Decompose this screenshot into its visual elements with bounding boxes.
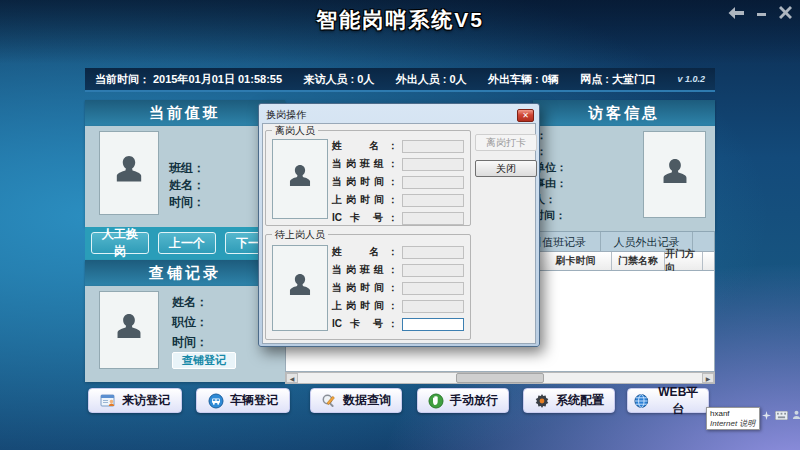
ime-sparkle-icon[interactable] — [762, 411, 771, 420]
data-query-icon — [321, 393, 337, 409]
incoming-duty-time-input[interactable] — [402, 282, 464, 295]
visitor-register-icon — [100, 393, 116, 409]
bedcheck-panel-header: 查铺记录 — [85, 260, 285, 286]
status-visitors: 来访人员 :0人 — [303, 72, 377, 87]
person-icon — [286, 162, 314, 196]
visitor-photo-placeholder — [643, 131, 706, 218]
previous-button[interactable]: 上一个 — [158, 232, 216, 254]
vehicle-register-button[interactable]: 车辆登记 — [196, 388, 290, 413]
bedcheck-field-label: 姓名： — [172, 294, 208, 311]
leaving-start-time-input[interactable] — [402, 194, 464, 207]
leaving-ic-card-input[interactable] — [402, 212, 464, 225]
dialog-body: 离岗人员 姓 名： 当岗班组： 当岗时间： 上岗时间： IC 卡 号： 待上岗人… — [262, 123, 536, 344]
system-config-button[interactable]: 系统配置 — [523, 388, 615, 413]
bedcheck-field-label: 时间： — [172, 334, 208, 351]
dialog-close-button[interactable]: 关闭 — [475, 160, 537, 177]
incoming-name-input[interactable] — [402, 246, 464, 259]
field-label-on-duty-time: 当岗时间： — [332, 281, 398, 295]
status-bar: 当前时间：2015年01月01日 01:58:55 来访人员 :0人 外出人员 … — [85, 68, 715, 92]
back-arrow-icon[interactable] — [728, 7, 744, 19]
incoming-start-time-input[interactable] — [402, 300, 464, 313]
system-config-icon — [534, 393, 550, 409]
web-platform-icon — [634, 393, 649, 409]
status-site: 网点 :大堂门口 — [580, 72, 659, 87]
bedcheck-photo-placeholder — [99, 291, 159, 369]
dialog-title: 换岗操作 — [266, 108, 306, 122]
manual-release-icon — [428, 393, 444, 409]
leaving-team-input[interactable] — [402, 158, 464, 171]
field-label-name: 姓 名： — [332, 245, 398, 259]
duty-panel-header: 当前值班 — [85, 100, 285, 126]
data-query-button[interactable]: 数据查询 — [310, 388, 402, 413]
bedcheck-register-button[interactable]: 查铺登记 — [172, 352, 236, 369]
ime-language-bar — [762, 410, 800, 420]
duty-field-label: 时间： — [169, 194, 205, 211]
version-label: v 1.0.2 — [677, 74, 705, 84]
ime-line1: hxanf — [710, 409, 756, 419]
field-label-start-time: 上岗时间： — [332, 299, 398, 313]
status-current-time: 当前时间：2015年01月01日 01:58:55 — [95, 72, 285, 87]
field-label-ic-card: IC 卡 号： — [332, 211, 398, 225]
field-label-on-duty-time: 当岗时间： — [332, 175, 398, 189]
group-incoming-person: 待上岗人员 姓 名： 当岗班组： 当岗时间： 上岗时间： IC 卡 号： — [265, 234, 471, 340]
window-controls — [728, 6, 792, 19]
column-header-door-name: 门禁名称 — [612, 252, 665, 270]
column-header-door-direction: 开门方向 — [665, 252, 703, 270]
scrollbar-thumb[interactable] — [456, 373, 544, 383]
bedcheck-field-label: 职位： — [172, 314, 208, 331]
shift-change-dialog: 换岗操作 ✕ 离岗人员 姓 名： 当岗班组： 当岗时间： 上岗时间： IC 卡 … — [258, 103, 540, 347]
records-horizontal-scrollbar[interactable]: ◀ ▶ — [285, 372, 715, 384]
dialog-close-icon[interactable]: ✕ — [517, 109, 534, 122]
status-out-vehicles: 外出车辆 :0辆 — [488, 72, 562, 87]
duty-field-label: 班组： — [169, 160, 205, 177]
keyboard-icon[interactable] — [775, 411, 788, 420]
duty-field-label: 姓名： — [169, 177, 205, 194]
group-leaving-person: 离岗人员 姓 名： 当岗班组： 当岗时间： 上岗时间： IC 卡 号： — [265, 130, 471, 226]
ime-person-icon[interactable] — [792, 410, 800, 420]
person-icon — [112, 153, 146, 193]
scroll-left-arrow-icon[interactable]: ◀ — [286, 373, 298, 383]
incoming-ic-card-input[interactable] — [402, 318, 464, 331]
manual-shift-button[interactable]: 人工换岗 — [91, 232, 149, 254]
manual-release-button[interactable]: 手动放行 — [417, 388, 509, 413]
field-label-start-time: 上岗时间： — [332, 193, 398, 207]
person-icon — [113, 311, 145, 349]
clock-out-button[interactable]: 离岗打卡 — [475, 134, 537, 151]
incoming-person-photo — [272, 245, 328, 331]
ime-line2: Internet 说明 — [710, 419, 756, 429]
person-icon — [659, 156, 691, 194]
minimize-icon[interactable] — [756, 7, 767, 19]
app-window: 智能岗哨系统V5 当前时间：2015年01月01日 01:58:55 来访人员 … — [0, 0, 800, 450]
status-out-people: 外出人员 :0人 — [396, 72, 470, 87]
field-label-ic-card: IC 卡 号： — [332, 317, 398, 331]
leaving-duty-time-input[interactable] — [402, 176, 464, 189]
dialog-titlebar: 换岗操作 ✕ — [262, 107, 536, 123]
leaving-name-input[interactable] — [402, 140, 464, 153]
column-header-swipe-time: 刷卡时间 — [540, 252, 612, 270]
duty-photo-placeholder — [99, 131, 159, 215]
column-header-filler — [703, 252, 714, 270]
field-label-shift-team: 当岗班组： — [332, 263, 398, 277]
page-title: 智能岗哨系统V5 — [0, 6, 800, 34]
person-icon — [286, 271, 314, 305]
visitor-panel-header: 访客信息 — [533, 100, 715, 126]
leaving-person-photo — [272, 139, 328, 219]
field-label-name: 姓 名： — [332, 139, 398, 153]
ime-tooltip: hxanf Internet 说明 — [706, 407, 760, 430]
visitor-register-button[interactable]: 来访登记 — [88, 388, 182, 413]
scroll-right-arrow-icon[interactable]: ▶ — [702, 373, 714, 383]
field-label-shift-team: 当岗班组： — [332, 157, 398, 171]
incoming-team-input[interactable] — [402, 264, 464, 277]
close-icon[interactable] — [779, 6, 792, 19]
web-platform-button[interactable]: WEB平台 — [627, 388, 709, 413]
vehicle-register-icon — [208, 393, 224, 409]
